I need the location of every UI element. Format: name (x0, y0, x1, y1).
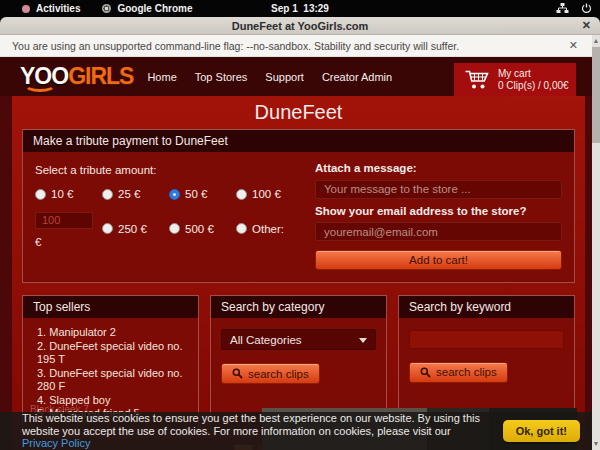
amount-section-label: Select a tribute amount: (35, 164, 299, 176)
search-clips-category-button[interactable]: search clips (221, 363, 320, 384)
radio-icon[interactable] (35, 189, 46, 200)
tribute-amount-option[interactable]: Other: (236, 210, 299, 248)
tribute-panel-header: Make a tribute payment to DuneFeet (23, 130, 574, 152)
page-title: DuneFeet (12, 96, 585, 127)
chevron-down-icon (359, 338, 367, 343)
cookie-text-body: This website uses cookies to ensure you … (22, 412, 480, 437)
top-sellers-header: Top sellers (23, 296, 198, 318)
scroll-up-icon[interactable] (594, 39, 598, 43)
radio-icon[interactable] (102, 223, 113, 234)
page-body: DuneFeet Make a tribute payment to DuneF… (12, 96, 585, 450)
search-clips-keyword-button[interactable]: search clips (409, 362, 508, 383)
window-title-bar: DuneFeet at YooGirls.com ✕ (0, 17, 600, 35)
amount-label: 10 € (51, 188, 73, 200)
scrollbar-track[interactable] (592, 35, 600, 450)
tribute-amount-option[interactable]: 500 € (169, 210, 232, 248)
search-clips-label: search clips (436, 366, 497, 378)
radio-icon[interactable] (169, 189, 180, 200)
network-icon[interactable] (556, 3, 569, 14)
amount-label: 500 € (185, 223, 214, 235)
amount-label: 25 € (118, 188, 140, 200)
cart-widget[interactable]: My cart 0 Clip(s) / 0,00€ (454, 63, 576, 96)
message-input[interactable] (315, 180, 562, 199)
keyword-input[interactable] (409, 330, 564, 349)
add-to-cart-button[interactable]: Add to cart! (315, 250, 562, 270)
other-amount-cell: € (35, 210, 98, 248)
flag-warning-bar: You are using an unsupported command-lin… (0, 35, 600, 57)
browser-viewport: YOOGIRLS HomeTop StoresSupportCreator Ad… (0, 57, 600, 450)
nav-item[interactable]: Top Stores (195, 71, 248, 83)
tribute-amount-option[interactable]: 25 € (102, 188, 165, 200)
cookie-notice-text: This website uses cookies to ensure you … (22, 412, 484, 450)
scrollbar-thumb[interactable] (592, 47, 600, 143)
desktop-screen: Activities Google Chrome Sep 1 13:29 Dun… (0, 0, 600, 450)
top-seller-item[interactable]: Manipulator 2 (37, 326, 198, 340)
window-close-button[interactable]: ✕ (582, 19, 591, 32)
cart-summary: 0 Clip(s) / 0,00€ (498, 80, 569, 92)
tribute-amount-option[interactable]: 10 € (35, 188, 98, 200)
tribute-amount-option[interactable]: 100 € (236, 188, 299, 200)
cookie-accept-button[interactable]: Ok, got it! (503, 420, 580, 442)
privacy-policy-link[interactable]: Privacy Policy (22, 437, 90, 449)
tribute-panel: Make a tribute payment to DuneFeet Selec… (22, 129, 575, 283)
category-selected-value: All Categories (230, 334, 302, 346)
tribute-amount-option[interactable]: 250 € (102, 210, 165, 248)
cart-title: My cart (498, 68, 569, 80)
top-seller-item[interactable]: DuneFeet special video no. 280 F (37, 367, 198, 394)
other-amount-input[interactable] (35, 212, 93, 229)
search-icon (420, 367, 431, 378)
search-category-header: Search by category (211, 296, 386, 318)
email-input[interactable] (315, 222, 562, 241)
gnome-top-bar: Activities Google Chrome Sep 1 13:29 (0, 0, 600, 17)
cookie-notice-bar: This website uses cookies to ensure you … (0, 412, 592, 450)
power-icon[interactable] (581, 3, 592, 14)
email-label: Show your email address to the store? (315, 205, 562, 217)
top-seller-item[interactable]: DuneFeet special video no. 195 T (37, 340, 198, 367)
amount-label: 250 € (118, 223, 147, 235)
logo-part2: GIRLS (68, 63, 133, 89)
radio-icon[interactable] (169, 223, 180, 234)
site-logo[interactable]: YOOGIRLS (20, 65, 133, 88)
tribute-amount-option[interactable]: 50 € (169, 188, 232, 200)
message-label: Attach a message: (315, 162, 562, 174)
amount-options-row2: € 250 € 500 € (35, 210, 299, 248)
cart-icon (464, 69, 490, 91)
site-header: YOOGIRLS HomeTop StoresSupportCreator Ad… (0, 57, 600, 96)
currency-label: € (35, 236, 98, 248)
search-clips-label: search clips (248, 368, 309, 380)
nav-item[interactable]: Creator Admin (322, 71, 392, 83)
category-select[interactable]: All Categories (221, 329, 376, 350)
flag-warning-text: You are using an unsupported command-lin… (12, 40, 459, 52)
scroll-down-icon[interactable] (594, 442, 598, 446)
amount-label: Other: (252, 223, 284, 235)
nav-item[interactable]: Home (147, 71, 176, 83)
search-icon (232, 368, 243, 379)
clock[interactable]: Sep 1 13:29 (0, 3, 600, 14)
amount-label: 50 € (185, 188, 207, 200)
amount-options-row1: 10 € 25 € 50 € (35, 188, 299, 200)
radio-icon[interactable] (236, 189, 247, 200)
flag-warning-close-icon[interactable]: ✕ (569, 39, 578, 52)
radio-icon[interactable] (236, 223, 247, 234)
main-nav: HomeTop StoresSupportCreator Admin (147, 71, 392, 83)
radio-icon[interactable] (102, 189, 113, 200)
window-title: DuneFeet at YooGirls.com (232, 20, 369, 32)
logo-smile-icon (24, 78, 56, 92)
amount-label: 100 € (252, 188, 281, 200)
nav-item[interactable]: Support (265, 71, 304, 83)
search-keyword-header: Search by keyword (399, 296, 574, 318)
